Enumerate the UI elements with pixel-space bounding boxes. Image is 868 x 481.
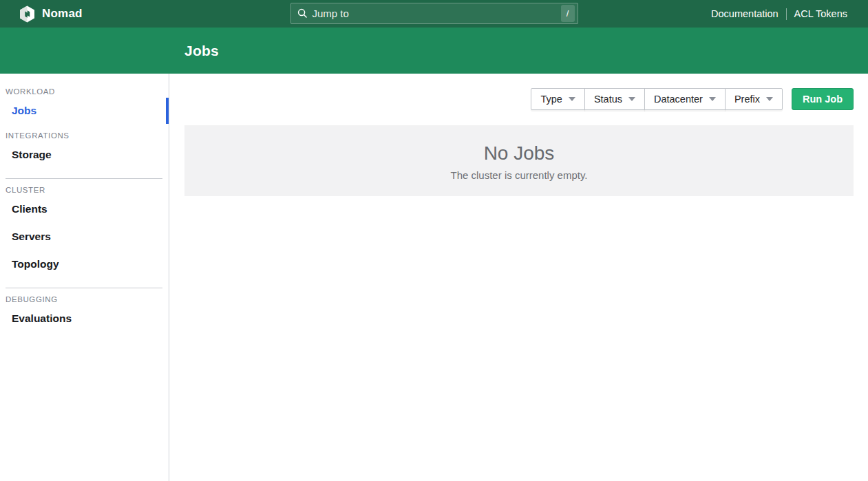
search-placeholder: Jump to bbox=[313, 8, 349, 19]
nomad-logo-icon bbox=[19, 6, 36, 23]
sidebar-section-debugging: DEBUGGING bbox=[6, 295, 163, 303]
sidebar-item-evaluations[interactable]: Evaluations bbox=[0, 305, 169, 332]
documentation-link[interactable]: Documentation bbox=[711, 8, 779, 19]
type-filter-dropdown[interactable]: Type bbox=[531, 88, 584, 110]
status-filter-label: Status bbox=[594, 94, 622, 105]
top-navigation-bar: Nomad Jump to / Documentation ACL Tokens bbox=[0, 0, 868, 28]
empty-state-message: The cluster is currently empty. bbox=[184, 169, 854, 181]
sidebar-divider bbox=[6, 288, 162, 288]
main-content: Type Status Datacenter Prefix Run Job bbox=[169, 74, 868, 481]
chevron-down-icon bbox=[766, 97, 773, 101]
empty-state-panel: No Jobs The cluster is currently empty. bbox=[184, 125, 854, 196]
prefix-filter-label: Prefix bbox=[734, 94, 760, 105]
sidebar-section-workload: WORKLOAD bbox=[6, 87, 163, 96]
page-header: Jobs bbox=[0, 28, 868, 74]
sidebar-item-servers[interactable]: Servers bbox=[0, 223, 169, 250]
status-filter-dropdown[interactable]: Status bbox=[584, 88, 645, 110]
sidebar-item-storage[interactable]: Storage bbox=[0, 141, 169, 169]
sidebar: WORKLOAD Jobs INTEGRATIONS Storage CLUST… bbox=[0, 74, 169, 481]
datacenter-filter-dropdown[interactable]: Datacenter bbox=[644, 88, 726, 110]
type-filter-label: Type bbox=[540, 94, 562, 105]
run-job-button[interactable]: Run Job bbox=[792, 88, 854, 110]
chevron-down-icon bbox=[709, 97, 716, 101]
filter-button-group: Type Status Datacenter Prefix bbox=[531, 88, 783, 110]
sidebar-item-topology[interactable]: Topology bbox=[0, 250, 169, 278]
jump-to-search-input[interactable]: Jump to / bbox=[290, 3, 578, 24]
link-separator bbox=[786, 8, 787, 20]
chevron-down-icon bbox=[569, 97, 575, 101]
topbar-links: Documentation ACL Tokens bbox=[711, 8, 868, 20]
brand-name: Nomad bbox=[42, 7, 83, 21]
prefix-filter-dropdown[interactable]: Prefix bbox=[725, 88, 783, 110]
sidebar-section-integrations: INTEGRATIONS bbox=[6, 131, 163, 140]
jobs-toolbar: Type Status Datacenter Prefix Run Job bbox=[184, 88, 854, 110]
search-shortcut-badge: / bbox=[561, 5, 575, 22]
acl-tokens-link[interactable]: ACL Tokens bbox=[794, 8, 847, 19]
sidebar-item-clients[interactable]: Clients bbox=[0, 195, 169, 223]
sidebar-section-cluster: CLUSTER bbox=[6, 186, 163, 194]
search-icon bbox=[297, 8, 308, 19]
datacenter-filter-label: Datacenter bbox=[654, 94, 703, 105]
sidebar-divider bbox=[6, 178, 162, 179]
page-title: Jobs bbox=[184, 43, 219, 59]
nomad-home-link[interactable]: Nomad bbox=[19, 6, 83, 23]
chevron-down-icon bbox=[628, 97, 635, 101]
sidebar-item-jobs[interactable]: Jobs bbox=[0, 97, 169, 125]
empty-state-title: No Jobs bbox=[184, 142, 854, 164]
